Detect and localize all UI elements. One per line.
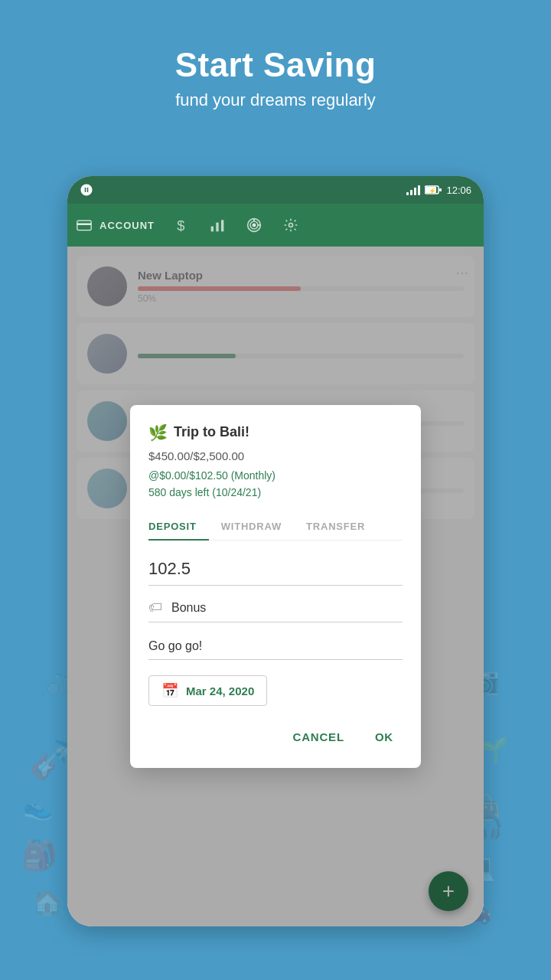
status-time: 12:06	[446, 185, 471, 196]
settings-icon[interactable]	[283, 217, 298, 233]
amount-input-group	[148, 556, 403, 586]
dialog-overlay: 🌿 Trip to Bali! $450.00/$2,500.00 @$0.00…	[67, 247, 484, 926]
svg-rect-17	[77, 224, 91, 226]
dialog-tabs: DEPOSIT WITHDRAW TRANSFER	[148, 514, 403, 541]
status-bar: ⚡ 12:06	[67, 176, 484, 204]
app-content: New Laptop 50% ···	[67, 247, 484, 926]
app-logo-icon	[80, 183, 93, 197]
dialog-title: Trip to Bali!	[174, 424, 249, 440]
goal-emoji: 🌿	[148, 423, 168, 442]
phone-frame: ⚡ 12:06 ACCOUNT $	[67, 176, 484, 926]
svg-text:👟: 👟	[23, 792, 54, 822]
svg-rect-21	[221, 220, 223, 231]
note-input[interactable]	[148, 636, 403, 660]
dialog-actions: CANCEL OK	[148, 724, 403, 750]
date-picker-button[interactable]: 📅 Mar 24, 2020	[148, 675, 267, 706]
category-input-row: 🏷	[148, 599, 403, 622]
svg-text:🎸: 🎸	[29, 744, 67, 781]
battery-icon: ⚡	[425, 185, 442, 194]
svg-text:🎒: 🎒	[21, 838, 58, 873]
dialog-amount: $450.00/$2,500.00	[148, 449, 403, 462]
signal-icon	[406, 185, 420, 195]
svg-rect-16	[77, 220, 91, 230]
tab-deposit[interactable]: DEPOSIT	[148, 514, 209, 540]
dialog-info: @$0.00/$102.50 (Monthly) 580 days left (…	[148, 467, 403, 501]
page-title: Start Saving	[0, 46, 551, 84]
svg-point-27	[289, 224, 293, 227]
date-label: Mar 24, 2020	[186, 684, 254, 697]
tab-transfer[interactable]: TRANSFER	[294, 514, 377, 540]
goals-icon[interactable]	[246, 217, 262, 233]
cancel-button[interactable]: CANCEL	[284, 724, 354, 750]
svg-text:⚡: ⚡	[429, 187, 436, 194]
svg-text:$: $	[177, 217, 184, 233]
transactions-icon[interactable]: $	[176, 217, 188, 233]
account-icon[interactable]	[77, 219, 92, 231]
page-subtitle: fund your dreams regularly	[0, 90, 551, 110]
dialog-header: 🌿 Trip to Bali!	[148, 423, 403, 442]
category-input[interactable]	[171, 601, 403, 615]
svg-rect-19	[211, 227, 214, 232]
dialog: 🌿 Trip to Bali! $450.00/$2,500.00 @$0.00…	[130, 405, 421, 769]
monthly-info: @$0.00/$102.50 (Monthly)	[148, 467, 403, 484]
svg-rect-14	[439, 188, 442, 191]
tab-withdraw[interactable]: WITHDRAW	[209, 514, 294, 540]
tag-icon: 🏷	[148, 599, 162, 616]
app-toolbar: ACCOUNT $	[67, 204, 484, 247]
account-label: ACCOUNT	[99, 220, 155, 231]
stats-icon[interactable]	[210, 218, 225, 232]
svg-point-24	[253, 224, 255, 226]
days-left: 580 days left (10/24/21)	[148, 484, 403, 501]
calendar-icon: 📅	[161, 682, 178, 699]
svg-rect-20	[216, 223, 218, 232]
ok-button[interactable]: OK	[366, 724, 403, 750]
amount-input[interactable]	[148, 556, 403, 586]
svg-text:🏠: 🏠	[32, 888, 63, 917]
